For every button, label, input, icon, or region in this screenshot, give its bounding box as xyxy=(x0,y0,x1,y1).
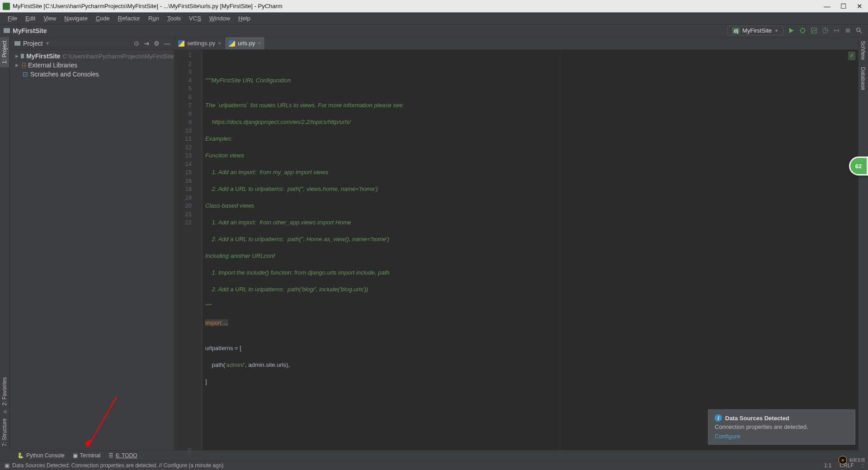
folder-icon xyxy=(14,41,20,46)
status-message: Data Sources Detected: Connection proper… xyxy=(12,462,224,469)
tab-settings[interactable]: settings.py × xyxy=(175,37,225,49)
profile-icon[interactable] xyxy=(822,27,829,34)
tab-structure[interactable]: 7: Structure xyxy=(0,415,9,450)
close-icon[interactable]: × xyxy=(218,40,221,47)
python-file-icon xyxy=(178,40,184,47)
maximize-button[interactable]: ☐ xyxy=(840,2,846,10)
status-bar: ▣ Data Sources Detected: Connection prop… xyxy=(0,460,868,470)
python-console-button[interactable]: 🐍 Python Console xyxy=(17,452,65,459)
run-config-selector[interactable]: dj MyFirstSite ▼ xyxy=(727,26,783,35)
notification-popup: iData Sources Detected Connection proper… xyxy=(708,409,855,445)
svg-point-4 xyxy=(857,28,860,32)
menu-file[interactable]: File xyxy=(4,15,21,22)
code-area[interactable]: ✓ """MyFirstSite URL Configuration The `… xyxy=(203,50,858,450)
attach-icon[interactable] xyxy=(833,27,840,34)
menu-navigate[interactable]: Navigate xyxy=(60,15,91,22)
tab-sciview[interactable]: SciView xyxy=(859,37,868,63)
menu-view[interactable]: View xyxy=(39,15,60,22)
todo-button[interactable]: ☰ 6: TODO xyxy=(108,452,137,459)
project-panel: Project ▼ ⊙ ⇥ ⚙ — ▶ MyFirstSite C:\Users… xyxy=(10,37,175,450)
info-icon: i xyxy=(715,414,722,422)
collapse-icon[interactable]: ⇥ xyxy=(144,40,149,47)
tree-scratches[interactable]: ⊡ Scratches and Consoles xyxy=(10,70,174,79)
menu-code[interactable]: Code xyxy=(92,15,114,22)
editor-tab-bar: settings.py × urls.py × xyxy=(175,37,858,50)
notification-body: Connection properties are detected. xyxy=(715,423,849,430)
bottom-tool-bar: 🐍 Python Console ▣ Terminal ☰ 6: TODO xyxy=(10,450,858,460)
tab-urls[interactable]: urls.py × xyxy=(225,37,265,49)
svg-text:✕: ✕ xyxy=(841,458,844,463)
title-bar: MyFirstSite [C:\Users\han\PycharmProject… xyxy=(0,0,868,13)
star-icon: ★ xyxy=(2,408,8,416)
tree-external[interactable]: ▶ ⍈ External Libraries xyxy=(10,61,174,70)
app-icon xyxy=(3,3,10,10)
menu-bar: File Edit View Navigate Code Refactor Ru… xyxy=(0,13,868,24)
fold-column[interactable] xyxy=(196,50,203,450)
editor: settings.py × urls.py × 1234567891011121… xyxy=(175,37,858,450)
coverage-icon[interactable] xyxy=(811,27,817,34)
gutter[interactable]: 123456789101112131415161819202122 xyxy=(175,50,196,450)
svg-rect-3 xyxy=(846,28,850,33)
inspection-icon[interactable]: ✓ xyxy=(848,52,855,60)
left-tool-strip: 1: Project 7: Structure 2: Favorites ★ xyxy=(0,37,10,450)
terminal-button[interactable]: ▣ Terminal xyxy=(73,452,100,459)
menu-refactor[interactable]: Refactor xyxy=(114,15,144,22)
configure-link[interactable]: Configure xyxy=(715,433,849,440)
menu-edit[interactable]: Edit xyxy=(21,15,39,22)
svg-point-0 xyxy=(801,28,805,33)
watermark: ✕ 创新互联 xyxy=(838,456,865,465)
tree-root[interactable]: ▶ MyFirstSite C:\Users\han\PycharmProjec… xyxy=(10,52,174,61)
search-icon[interactable] xyxy=(856,27,863,34)
minimize-button[interactable]: — xyxy=(824,2,830,10)
hide-icon[interactable]: — xyxy=(164,40,170,47)
menu-vcs[interactable]: VCS xyxy=(185,15,205,22)
navigation-bar: MyFirstSite dj MyFirstSite ▼ xyxy=(0,24,868,37)
breadcrumb[interactable]: MyFirstSite xyxy=(13,27,47,34)
folder-icon xyxy=(4,28,10,33)
django-icon: dj xyxy=(732,28,740,34)
drag-handle[interactable]: ⠿ xyxy=(187,447,192,455)
grade-badge[interactable]: 62 xyxy=(849,157,868,176)
python-file-icon xyxy=(229,40,235,47)
menu-help[interactable]: Help xyxy=(234,15,255,22)
right-tool-strip: SciView Database xyxy=(858,37,868,450)
gear-icon[interactable]: ⚙ xyxy=(154,40,160,47)
debug-icon[interactable] xyxy=(799,27,806,34)
locate-icon[interactable]: ⊙ xyxy=(134,40,139,47)
close-icon[interactable]: × xyxy=(258,40,261,47)
tab-favorites[interactable]: 2: Favorites xyxy=(0,374,9,409)
project-panel-title: Project xyxy=(23,40,43,47)
title-text: MyFirstSite [C:\Users\han\PycharmProject… xyxy=(13,3,283,9)
menu-run[interactable]: Run xyxy=(144,15,163,22)
menu-window[interactable]: Window xyxy=(205,15,234,22)
stop-icon[interactable] xyxy=(844,27,851,34)
close-button[interactable]: ✕ xyxy=(856,2,863,10)
tab-database[interactable]: Database xyxy=(859,63,868,94)
run-icon[interactable] xyxy=(788,27,795,34)
caret-position[interactable]: 1:1 xyxy=(824,462,832,469)
menu-tools[interactable]: Tools xyxy=(163,15,185,22)
tab-project[interactable]: 1: Project xyxy=(0,37,9,67)
